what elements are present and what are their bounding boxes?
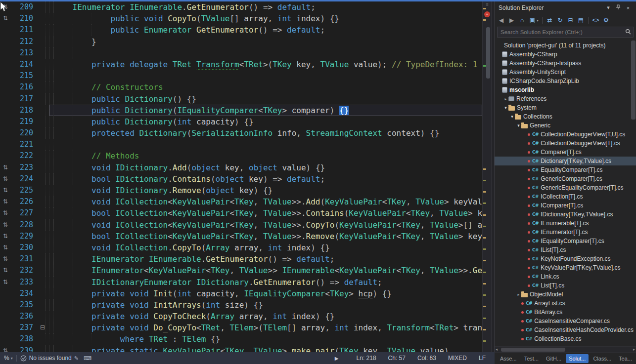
line-number[interactable]: 232 — [11, 265, 36, 276]
line-number[interactable]: 230 — [11, 242, 36, 253]
code-text[interactable]: bool ICollection<KeyValuePair<TKey, TVal… — [49, 231, 482, 242]
line-number[interactable]: 234 — [11, 288, 36, 299]
tree-item-assembly-csharp[interactable]: Assembly-CSharp — [495, 50, 636, 59]
search-box[interactable] — [497, 27, 634, 38]
code-text[interactable]: private static KeyValuePair<TKey, TValue… — [49, 345, 482, 352]
fold-collapse-icon[interactable]: ⊟ — [36, 322, 49, 333]
tree-item-icollection-t-cs[interactable]: C#ICollection[T].cs — [495, 192, 636, 201]
tree-item-keynotfoundexception-cs[interactable]: C#KeyNotFoundException.cs — [495, 254, 636, 263]
line-number[interactable]: 213 — [11, 47, 36, 59]
scroll-right-icon[interactable]: ▶ — [335, 356, 339, 361]
code-text[interactable]: void IDictionary.Add(object key, object … — [49, 162, 482, 173]
code-line[interactable]: 234private void Init(int capacity, IEqua… — [0, 288, 482, 299]
code-text[interactable]: // Methods — [49, 150, 482, 162]
tree-item-keyvaluepair-tkey-tvalue-cs[interactable]: C#KeyValuePair[TKey,TValue].cs — [495, 263, 636, 272]
code-line[interactable]: 238 where TRet : TElem {} — [0, 333, 482, 345]
line-number[interactable]: 221 — [11, 139, 36, 150]
code-text[interactable]: public void CopyTo(TValue[] array, int i… — [49, 13, 482, 24]
reference-indicator-icon[interactable]: ⇅ — [0, 207, 11, 219]
code-text[interactable]: IEnumerator<KeyValuePair<TKey, TValue>> … — [49, 265, 482, 276]
tree-item-assembly-csharp-firstpass[interactable]: Assembly-CSharp-firstpass — [495, 59, 636, 68]
panel-titlebar[interactable]: Solution Explorer ▾ × — [495, 1, 636, 14]
properties-icon[interactable]: ⚙ — [601, 16, 611, 25]
tree-item-list-t-cs[interactable]: C#List[T].cs — [495, 281, 636, 290]
code-line[interactable]: 216// Constructors — [0, 81, 482, 93]
tree-horizontal-scrollbar[interactable]: ◂ ▸ — [495, 346, 636, 352]
show-all-files-icon[interactable]: ▤ — [576, 16, 586, 25]
code-line[interactable]: 217public Dictionary() {} — [0, 93, 482, 105]
line-indicator[interactable]: Ln: 218 — [357, 355, 376, 362]
code-text[interactable]: private delegate TRet Transform<TRet>(TK… — [49, 59, 482, 70]
line-number[interactable]: 237 — [11, 322, 36, 333]
encoding-indicator[interactable]: MIXED — [448, 355, 467, 362]
code-line[interactable]: 220protected Dictionary(SerializationInf… — [0, 127, 482, 139]
code-text[interactable]: private void CopyToCheck(Array array, in… — [49, 311, 482, 322]
line-number[interactable]: 211 — [11, 24, 36, 36]
line-number[interactable]: 217 — [11, 93, 36, 105]
code-line[interactable]: 218public Dictionary(IEqualityComparer<T… — [0, 105, 482, 116]
tree-item-comparer-t-cs[interactable]: C#Comparer[T].cs — [495, 148, 636, 157]
reference-indicator-icon[interactable]: ⇅ — [0, 219, 11, 231]
pin-icon[interactable] — [614, 4, 622, 11]
code-line[interactable]: ⇅210public void CopyTo(TValue[] array, i… — [0, 13, 482, 24]
solution-tree[interactable]: Solution 'project-gui' (11 of 11 project… — [495, 40, 636, 346]
tree-scrollbar-thumb[interactable] — [631, 40, 636, 120]
code-text[interactable]: IEnumerator IEnumerable.GetEnumerator() … — [49, 253, 482, 265]
editor-scrollbar[interactable]: ≡ – — [482, 1, 491, 352]
line-number[interactable]: 212 — [11, 36, 36, 47]
code-text[interactable]: void IDictionary.Remove(object key) {} — [49, 185, 482, 196]
code-line[interactable]: 235private void InitArrays(int size) {} — [0, 299, 482, 311]
tree-item-caseinsensitivecomparer-cs[interactable]: C#CaseInsensitiveComparer.cs — [495, 317, 636, 325]
code-text[interactable]: void ICollection<KeyValuePair<TKey, TVal… — [49, 219, 482, 231]
code-line[interactable]: ⇅232IEnumerator<KeyValuePair<TKey, TValu… — [0, 265, 482, 276]
line-number[interactable]: 225 — [11, 185, 36, 196]
code-text[interactable]: // Constructors — [49, 81, 482, 93]
panel-tab-asse[interactable]: Asse... — [497, 354, 520, 363]
tree-item-system[interactable]: ▾System — [495, 103, 636, 112]
tree-item-generic[interactable]: ▾Generic — [495, 121, 636, 130]
refresh-icon[interactable]: ↻ — [555, 16, 565, 25]
code-line[interactable]: ⇅230void ICollection.CopyTo(Array array,… — [0, 242, 482, 253]
tree-item-objectmodel[interactable]: ▸ObjectModel — [495, 290, 636, 299]
code-line[interactable]: ⇅231IEnumerator IEnumerable.GetEnumerato… — [0, 253, 482, 265]
tree-item-caseinsensitivehashcodeprovider-[interactable]: C#CaseInsensitiveHashCodeProvider.cs — [495, 325, 636, 334]
code-line[interactable]: ⇅227bool ICollection<KeyValuePair<TKey, … — [0, 207, 482, 219]
line-number[interactable]: 220 — [11, 127, 36, 139]
search-input[interactable] — [498, 29, 623, 35]
line-number[interactable]: 223 — [11, 162, 36, 173]
code-lines[interactable]: ⇅209IEnumerator IEnumerable.GetEnumerato… — [0, 1, 482, 352]
reference-indicator-icon[interactable]: ⇅ — [0, 265, 11, 276]
splitter-grip-icon[interactable]: ≡ — [483, 2, 491, 7]
reference-indicator-icon[interactable]: ⇅ — [0, 277, 11, 288]
reference-indicator-icon[interactable]: ⇅ — [0, 1, 11, 13]
scroll-right-icon[interactable]: ▸ — [633, 347, 635, 352]
zoom-level[interactable]: % — [4, 355, 9, 362]
editor-scrollbar-thumb[interactable] — [486, 27, 490, 79]
reference-indicator-icon[interactable]: ⇅ — [0, 253, 11, 265]
code-text[interactable] — [49, 47, 482, 59]
window-menu-icon[interactable]: ▾ — [604, 4, 612, 11]
line-number[interactable]: 224 — [11, 173, 36, 185]
reference-indicator-icon[interactable]: ⇅ — [0, 231, 11, 242]
close-icon[interactable]: × — [624, 5, 632, 11]
tree-item-solution-project-gui-11-of-11-pr[interactable]: Solution 'project-gui' (11 of 11 project… — [495, 41, 636, 50]
line-number[interactable]: 235 — [11, 299, 36, 311]
reference-indicator-icon[interactable]: ⇅ — [0, 345, 11, 352]
chevron-collapsed-icon[interactable]: ▸ — [516, 292, 521, 297]
code-line[interactable]: ⇅209IEnumerator IEnumerable.GetEnumerato… — [0, 1, 482, 13]
panel-tab-gith[interactable]: GitH... — [543, 354, 564, 363]
line-number[interactable]: 219 — [11, 116, 36, 127]
collapse-all-icon[interactable]: ⊟ — [566, 16, 575, 25]
reference-indicator-icon[interactable]: ⇅ — [0, 242, 11, 253]
issues-status[interactable]: No issues found — [20, 355, 72, 362]
tree-item-dictionary-tkey-tvalue-cs[interactable]: C#Dictionary[TKey,TValue].cs — [495, 157, 636, 165]
scroll-left-icon[interactable]: ◂ — [496, 347, 498, 352]
tree-item-assembly-unityscript[interactable]: Assembly-UnityScript — [495, 68, 636, 77]
search-icon[interactable] — [623, 28, 633, 37]
code-text[interactable]: public Dictionary() {} — [49, 93, 482, 105]
code-line[interactable]: ⇅233IDictionaryEnumerator IDictionary.Ge… — [0, 277, 482, 288]
code-line[interactable]: ⇅239private static KeyValuePair<TKey, TV… — [0, 345, 482, 352]
tree-item-arraylist-cs[interactable]: C#ArrayList.cs — [495, 299, 636, 308]
code-text[interactable]: private void Init(int capacity, IEqualit… — [49, 288, 482, 299]
reference-indicator-icon[interactable]: ⇅ — [0, 196, 11, 207]
